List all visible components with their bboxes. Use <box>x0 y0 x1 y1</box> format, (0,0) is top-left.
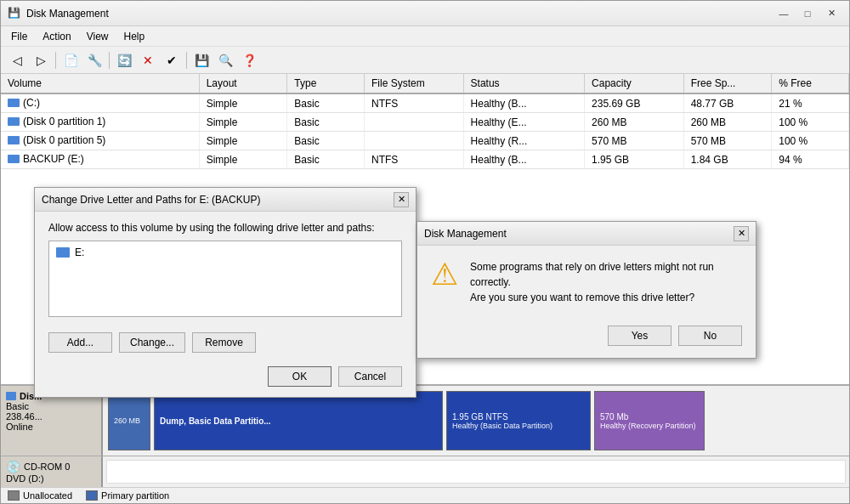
vol-free-0: 48.77 GB <box>683 93 772 113</box>
minimize-button[interactable]: — <box>773 5 795 22</box>
change-drive-title: Change Drive Letter and Paths for E: (BA… <box>42 194 260 206</box>
legend-unallocated: Unallocated <box>8 490 72 501</box>
warning-buttons: Yes No <box>417 319 756 358</box>
toolbar: ◁ ▷ 📄 🔧 🔄 ✕ ✔ 💾 🔍 ❓ <box>1 47 849 74</box>
warning-no-button[interactable]: No <box>678 326 742 346</box>
menu-action[interactable]: Action <box>36 29 77 44</box>
menu-file[interactable]: File <box>4 29 34 44</box>
toolbar-check[interactable]: ✔ <box>161 50 183 71</box>
toolbar-sep-1 <box>55 52 56 69</box>
toolbar-delete[interactable]: ✕ <box>137 50 159 71</box>
toolbar-settings[interactable]: 🔧 <box>83 50 105 71</box>
change-drive-cancel-button[interactable]: Cancel <box>338 366 402 387</box>
vol-free-3: 1.84 GB <box>683 150 772 169</box>
restore-button[interactable]: □ <box>796 5 819 22</box>
vol-name-0: (C:) <box>1 93 199 113</box>
vol-layout-0: Simple <box>199 93 287 113</box>
vol-status-2: Healthy (R... <box>463 132 585 150</box>
menu-view[interactable]: View <box>80 29 116 44</box>
vol-fs-3: NTFS <box>364 150 463 169</box>
vol-type-0: Basic <box>287 93 365 113</box>
legend-primary: Primary partition <box>86 490 169 501</box>
cdrom-partition <box>106 460 846 484</box>
toolbar-rescan[interactable]: 🔄 <box>113 50 135 71</box>
disk-panel-container: Dis... Basic 238.46... Online 260 MB Dum… <box>1 384 849 503</box>
vol-pct-3: 94 % <box>772 150 849 169</box>
legend-unalloc-label: Unallocated <box>23 490 72 501</box>
app-title: Disk Management <box>26 8 109 20</box>
close-button[interactable]: ✕ <box>820 5 842 22</box>
change-drive-close-button[interactable]: ✕ <box>394 192 409 207</box>
col-capacity[interactable]: Capacity <box>585 74 684 93</box>
table-row: (Disk 0 partition 1) Simple Basic Health… <box>1 113 849 132</box>
vol-name-1: (Disk 0 partition 1) <box>1 113 199 132</box>
add-drive-button[interactable]: Add... <box>48 332 112 353</box>
legend-unalloc-box <box>8 490 20 501</box>
vol-status-1: Healthy (E... <box>463 113 585 132</box>
cdrom-type: DVD (D:) <box>6 473 96 484</box>
vol-pct-2: 100 % <box>772 132 849 150</box>
menu-bar: File Action View Help <box>1 26 849 47</box>
legend-primary-box <box>86 490 98 501</box>
toolbar-properties[interactable]: 📄 <box>60 50 82 71</box>
warning-title: Disk Management <box>424 228 507 240</box>
table-row: (C:) Simple Basic NTFS Healthy (B... 235… <box>1 93 849 113</box>
change-drive-actions: Add... Change... Remove <box>35 327 416 358</box>
disk-0-type: Basic <box>6 401 96 411</box>
vol-cap-1: 260 MB <box>585 113 684 132</box>
drive-list-box[interactable]: E: <box>48 241 402 317</box>
change-drive-description: Allow access to this volume by using the… <box>48 222 402 234</box>
toolbar-back[interactable]: ◁ <box>6 50 28 71</box>
toolbar-forward[interactable]: ▷ <box>30 50 52 71</box>
col-type[interactable]: Type <box>287 74 365 93</box>
warning-dialog: Disk Management ✕ ⚠ Some programs that r… <box>416 221 756 359</box>
disk-0-icon <box>6 392 16 400</box>
col-percentfree[interactable]: % Free <box>772 74 849 93</box>
warning-yes-button[interactable]: Yes <box>608 326 672 346</box>
warning-icon: ⚠ <box>431 259 458 290</box>
col-layout[interactable]: Layout <box>199 74 287 93</box>
vol-status-3: Healthy (B... <box>463 150 585 169</box>
change-drive-dialog: Change Drive Letter and Paths for E: (BA… <box>34 187 416 398</box>
warning-body: ⚠ Some programs that rely on drive lette… <box>417 246 756 319</box>
partition-efi: 260 MB <box>108 391 150 450</box>
partition-e: 1.95 GB NTFS Healthy (Basic Data Partiti… <box>446 391 591 450</box>
vol-pct-1: 100 % <box>772 113 849 132</box>
warning-titlebar: Disk Management ✕ <box>417 222 756 246</box>
change-drive-button[interactable]: Change... <box>119 332 185 353</box>
toolbar-save[interactable]: 💾 <box>190 50 212 71</box>
col-status[interactable]: Status <box>463 74 585 93</box>
menu-help[interactable]: Help <box>117 29 152 44</box>
partition-recovery: 570 Mb Healthy (Recovery Partition) <box>594 391 705 450</box>
toolbar-sep-3 <box>186 52 187 69</box>
remove-drive-button[interactable]: Remove <box>192 332 256 353</box>
vol-cap-2: 570 MB <box>585 132 684 150</box>
vol-fs-2 <box>364 132 463 150</box>
app-icon: 💾 <box>8 7 21 20</box>
cdrom-label: CD-ROM 0 <box>24 462 70 472</box>
toolbar-sep-2 <box>109 52 110 69</box>
drive-list-item-e[interactable]: E: <box>53 245 398 260</box>
disk-0-status: Online <box>6 422 96 432</box>
vol-cap-0: 235.69 GB <box>585 93 684 113</box>
table-row: BACKUP (E:) Simple Basic NTFS Healthy (B… <box>1 150 849 169</box>
col-volume[interactable]: Volume <box>1 74 199 93</box>
warning-message: Some programs that rely on drive letters… <box>470 259 742 305</box>
change-drive-ok-button[interactable]: OK <box>268 366 332 387</box>
toolbar-help[interactable]: ❓ <box>238 50 260 71</box>
change-drive-body: Allow access to this volume by using the… <box>35 212 416 327</box>
vol-layout-1: Simple <box>199 113 287 132</box>
vol-free-2: 570 MB <box>683 132 772 150</box>
vol-cap-3: 1.95 GB <box>585 150 684 169</box>
disk-0-size: 238.46... <box>6 411 96 422</box>
cdrom-icon: 💿 <box>6 460 20 473</box>
col-freespace[interactable]: Free Sp... <box>683 74 772 93</box>
title-bar: 💾 Disk Management — □ ✕ <box>1 1 849 26</box>
change-drive-titlebar: Change Drive Letter and Paths for E: (BA… <box>35 188 416 212</box>
toolbar-find[interactable]: 🔍 <box>214 50 236 71</box>
partition-c: Dump, Basic Data Partitio... <box>154 391 443 450</box>
volume-table: Volume Layout Type File System Status Ca… <box>1 74 849 169</box>
col-filesystem[interactable]: File System <box>364 74 463 93</box>
warning-close-button[interactable]: ✕ <box>734 226 749 241</box>
vol-type-2: Basic <box>287 132 365 150</box>
